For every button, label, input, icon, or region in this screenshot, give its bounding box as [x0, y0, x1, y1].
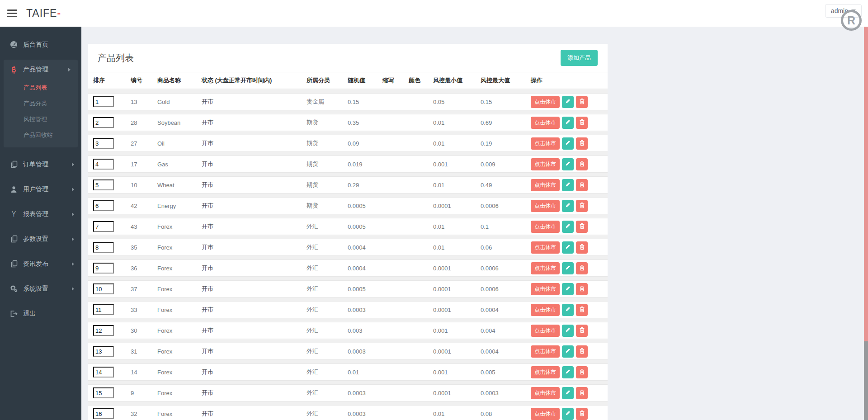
sidebar-item-orders[interactable]: 订单管理	[0, 152, 81, 177]
edit-button[interactable]	[562, 262, 574, 274]
delete-button[interactable]	[576, 387, 588, 399]
delete-button[interactable]	[576, 137, 588, 150]
sidebar-item-system[interactable]: 系统设置	[0, 276, 81, 301]
close-market-button[interactable]: 点击休市	[531, 117, 560, 129]
sort-input[interactable]	[93, 179, 114, 190]
edit-button[interactable]	[562, 179, 574, 191]
sort-input[interactable]	[93, 304, 114, 315]
edit-button[interactable]	[562, 158, 574, 170]
edit-button[interactable]	[562, 283, 574, 295]
sort-input[interactable]	[93, 242, 114, 253]
close-market-button[interactable]: 点击休市	[531, 158, 560, 170]
sidebar-item-dashboard[interactable]: 后台首页	[0, 32, 81, 57]
close-market-button[interactable]: 点击休市	[531, 408, 560, 420]
sidebar-item-news[interactable]: 资讯发布	[0, 251, 81, 276]
sort-input[interactable]	[93, 325, 114, 336]
sort-input[interactable]	[93, 346, 114, 357]
delete-button[interactable]	[576, 179, 588, 191]
status-cell: 开市	[202, 202, 307, 210]
risk-max-cell: 0.06	[481, 244, 531, 251]
name-cell: Forex	[157, 286, 202, 293]
delete-button[interactable]	[576, 304, 588, 316]
risk-max-cell: 0.08	[481, 411, 531, 417]
close-market-button[interactable]: 点击休市	[531, 366, 560, 378]
trash-icon	[579, 140, 585, 147]
edit-button[interactable]	[562, 117, 574, 129]
status-cell: 开市	[202, 347, 307, 355]
delete-button[interactable]	[576, 262, 588, 274]
close-market-button[interactable]: 点击休市	[531, 325, 560, 337]
delete-button[interactable]	[576, 158, 588, 170]
chevron-right-icon	[72, 262, 74, 266]
edit-button[interactable]	[562, 325, 574, 337]
sidebar-item-params[interactable]: 参数设置	[0, 227, 81, 251]
sort-input[interactable]	[93, 367, 114, 378]
close-market-button[interactable]: 点击休市	[531, 179, 560, 191]
delete-button[interactable]	[576, 345, 588, 358]
sidebar-item-risk-management[interactable]: 风控管理	[4, 111, 78, 127]
close-market-button[interactable]: 点击休市	[531, 387, 560, 399]
card-header: 产品列表 添加产品	[88, 44, 608, 72]
delete-button[interactable]	[576, 117, 588, 129]
sort-input[interactable]	[93, 200, 114, 211]
risk-min-cell: 0.0001	[433, 307, 481, 313]
delete-button[interactable]	[576, 366, 588, 378]
sort-input[interactable]	[93, 117, 114, 128]
add-product-button[interactable]: 添加产品	[561, 50, 598, 66]
close-market-button[interactable]: 点击休市	[531, 241, 560, 254]
close-market-button[interactable]: 点击休市	[531, 137, 560, 150]
sort-input[interactable]	[93, 159, 114, 170]
sidebar-item-logout[interactable]: 退出	[0, 301, 81, 326]
status-cell: 开市	[202, 118, 307, 127]
edit-button[interactable]	[562, 304, 574, 316]
table-row: 14Forex开市外汇0.010.0010.005点击休市	[88, 363, 608, 381]
delete-button[interactable]	[576, 283, 588, 295]
close-market-button[interactable]: 点击休市	[531, 96, 560, 108]
edit-button[interactable]	[562, 387, 574, 399]
sidebar-item-product-list[interactable]: 产品列表	[4, 80, 78, 95]
hamburger-menu-icon[interactable]	[7, 8, 17, 19]
sort-input[interactable]	[93, 96, 114, 107]
sort-input[interactable]	[93, 138, 114, 149]
edit-button[interactable]	[562, 241, 574, 254]
delete-button[interactable]	[576, 325, 588, 337]
risk-max-cell: 0.004	[481, 327, 531, 334]
sidebar-item-products[interactable]: 产品管理	[4, 60, 78, 80]
close-market-button[interactable]: 点击休市	[531, 200, 560, 212]
sort-input[interactable]	[93, 387, 114, 398]
sidebar-item-users[interactable]: 用户管理	[0, 177, 81, 202]
close-market-button[interactable]: 点击休市	[531, 221, 560, 233]
scrollbar[interactable]	[864, 27, 868, 420]
delete-button[interactable]	[576, 241, 588, 254]
risk-min-cell: 0.01	[433, 119, 481, 126]
trash-icon	[579, 285, 585, 293]
close-market-button[interactable]: 点击休市	[531, 283, 560, 295]
edit-button[interactable]	[562, 345, 574, 358]
delete-button[interactable]	[576, 221, 588, 233]
chevron-right-icon	[72, 287, 74, 291]
scrollbar-thumb[interactable]	[864, 27, 868, 341]
sort-input[interactable]	[93, 408, 114, 419]
sidebar-item-reports[interactable]: ¥报表管理	[0, 202, 81, 227]
sidebar-item-product-category[interactable]: 产品分类	[4, 95, 78, 111]
edit-button[interactable]	[562, 137, 574, 150]
category-cell: 贵金属	[307, 98, 348, 106]
edit-button[interactable]	[562, 366, 574, 378]
delete-button[interactable]	[576, 96, 588, 108]
edit-button[interactable]	[562, 96, 574, 108]
edit-button[interactable]	[562, 221, 574, 233]
close-market-button[interactable]: 点击休市	[531, 345, 560, 358]
delete-button[interactable]	[576, 408, 588, 420]
actions-cell: 点击休市	[531, 283, 608, 295]
edit-button[interactable]	[562, 408, 574, 420]
delete-button[interactable]	[576, 200, 588, 212]
close-market-button[interactable]: 点击休市	[531, 304, 560, 316]
sort-input[interactable]	[93, 283, 114, 294]
close-market-button[interactable]: 点击休市	[531, 262, 560, 274]
name-cell: Forex	[157, 265, 202, 272]
edit-button[interactable]	[562, 200, 574, 212]
sidebar-item-product-recycle[interactable]: 产品回收站	[4, 127, 78, 143]
table-row: 36Forex开市外汇0.00040.00010.0006点击休市	[88, 260, 608, 277]
sort-input[interactable]	[93, 263, 114, 274]
sort-input[interactable]	[93, 221, 114, 232]
